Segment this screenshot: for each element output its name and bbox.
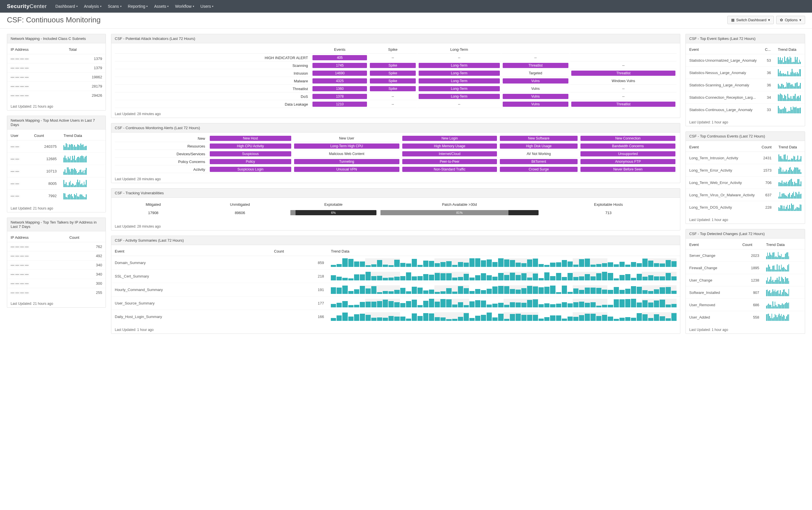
- table-row[interactable]: Statistics-Continuous_Large_Anomaly33: [686, 104, 805, 116]
- table-row[interactable]: — —7992: [7, 190, 106, 202]
- badge-cell[interactable]: Long-Term: [418, 86, 500, 91]
- table-row[interactable]: Long_Term_Web_Error_Activity706: [686, 176, 805, 189]
- badge-cell[interactable]: 1745: [313, 63, 367, 68]
- table-row[interactable]: — — — —1379: [7, 54, 106, 63]
- nav-item-users[interactable]: Users▾: [201, 4, 214, 9]
- badge-cell[interactable]: New Software: [500, 136, 577, 141]
- table-row[interactable]: — — — —1379: [7, 63, 106, 73]
- badge-cell[interactable]: High Disk Usage: [500, 143, 577, 149]
- column-middle: CSF - Potential Attack Indicators (Last …: [111, 34, 680, 334]
- badge-cell[interactable]: Long-Term: [418, 94, 500, 99]
- badge-cell[interactable]: Spike: [370, 63, 416, 68]
- table-row[interactable]: Statistics-Scanning_Large_Anomaly36: [686, 79, 805, 91]
- table-row[interactable]: — — — —492: [7, 251, 106, 261]
- badge-cell[interactable]: Long-Term: [418, 78, 500, 84]
- badge-cell[interactable]: Unsupported: [580, 151, 675, 157]
- table-row[interactable]: — — — —340: [7, 270, 106, 279]
- table-row[interactable]: Long_Term_Intrusion_Activity2431: [686, 152, 805, 164]
- table-row[interactable]: — — — —300: [7, 279, 106, 288]
- badge-cell[interactable]: Tunneling: [294, 159, 399, 164]
- table-row[interactable]: Server_Change2023: [686, 249, 805, 262]
- badge-cell[interactable]: Long-Term: [418, 63, 500, 68]
- badge-cell[interactable]: Non-Standard Traffic: [402, 167, 497, 172]
- table-row[interactable]: — —240375: [7, 140, 106, 153]
- badge-cell[interactable]: Long-Term: [418, 70, 500, 76]
- badge-cell[interactable]: Threatlist: [571, 70, 675, 76]
- table-row[interactable]: Domain_Summary859: [111, 256, 680, 270]
- table-row[interactable]: Firewall_Change1895: [686, 262, 805, 274]
- table-row[interactable]: Long_Term_Virus_Or_Malware_Activity637: [686, 189, 805, 201]
- badge-cell[interactable]: Never Before Seen: [580, 167, 675, 172]
- badge-cell[interactable]: Unusual VPN: [294, 167, 399, 172]
- table-row[interactable]: — — — —28179: [7, 82, 106, 91]
- table-row[interactable]: — — — —340: [7, 261, 106, 270]
- badge-cell[interactable]: Anonymous FTP: [580, 159, 675, 164]
- badge-cell[interactable]: BitTorrent: [500, 159, 577, 164]
- badge-cell[interactable]: Peer-to-Peer: [402, 159, 497, 164]
- badge-cell[interactable]: New Connection: [580, 136, 675, 141]
- badge-cell[interactable]: Spike: [370, 78, 416, 84]
- badge-cell[interactable]: Vulns: [503, 102, 569, 107]
- table-row[interactable]: Software_Installed907: [686, 286, 805, 299]
- table-row[interactable]: User_Change1238: [686, 274, 805, 286]
- badge-cell[interactable]: Crowd Surge: [500, 167, 577, 172]
- table-row[interactable]: Statistics-Unnormalized_Large_Anomaly53: [686, 54, 805, 66]
- table-row[interactable]: Long_Term_Error_Activity1573: [686, 164, 805, 176]
- table-row[interactable]: — —12685: [7, 153, 106, 165]
- badge-cell[interactable]: Long-Term High CPU: [294, 143, 399, 149]
- nav-item-dashboard[interactable]: Dashboard▾: [55, 4, 78, 9]
- table-row[interactable]: Long_Term_DOS_Activity228: [686, 201, 805, 214]
- sparkline: [778, 69, 801, 76]
- table-row[interactable]: SSL_Cert_Summary218: [111, 270, 680, 283]
- table-row[interactable]: Daily_Host_Login_Summary166: [111, 310, 680, 323]
- table-row[interactable]: — — — —762: [7, 242, 106, 251]
- badge-cell[interactable]: Threatlist: [571, 102, 675, 107]
- badge-cell[interactable]: High Memory Usage: [402, 143, 497, 149]
- badge-cell[interactable]: Threatlist: [503, 63, 569, 68]
- badge-cell[interactable]: 1378: [313, 94, 367, 99]
- table-row[interactable]: — —10713: [7, 165, 106, 177]
- nav-item-workflow[interactable]: Workflow▾: [175, 4, 194, 9]
- table-row[interactable]: — — — —29426: [7, 91, 106, 100]
- table-row[interactable]: — —8005: [7, 177, 106, 190]
- badge-cell[interactable]: Vulns: [503, 78, 569, 84]
- badge-cell[interactable]: Suspicious Login: [210, 167, 291, 172]
- nav-item-reporting[interactable]: Reporting▾: [128, 4, 148, 9]
- table-row[interactable]: User_Added558: [686, 311, 805, 323]
- trend-cell: [775, 164, 805, 176]
- badge-cell[interactable]: New Login: [402, 136, 497, 141]
- options-button[interactable]: ✿ Options ▾: [776, 16, 805, 24]
- badge-cell[interactable]: Spike: [370, 86, 416, 91]
- text-value: Statistics-Unnormalized_Large_Anomaly: [686, 54, 761, 66]
- card-title: Network Mapping - Top Ten Talkers by IP …: [7, 218, 106, 231]
- badge-cell[interactable]: Spike: [370, 70, 416, 76]
- badge-cell[interactable]: Suspicious: [210, 151, 291, 157]
- brand-logo: SecurityCenter: [7, 3, 47, 9]
- card-network-subnets: Network Mapping - Included Class C Subne…: [7, 34, 106, 111]
- badge-cell[interactable]: Internet/Cloud: [402, 151, 497, 157]
- table-row[interactable]: Statistics-Nessus_Large_Anomaly36: [686, 66, 805, 79]
- table-row[interactable]: User_Removed686: [686, 299, 805, 311]
- table-row[interactable]: User_Source_Summary177: [111, 296, 680, 310]
- table-row[interactable]: Hourly_Command_Summary191: [111, 283, 680, 296]
- table-row[interactable]: — — — —255: [7, 288, 106, 298]
- table-row[interactable]: Statistics-Connection_Reception_Larg...3…: [686, 91, 805, 104]
- nav-item-assets[interactable]: Assets▾: [154, 4, 169, 9]
- nav-item-scans[interactable]: Scans▾: [108, 4, 122, 9]
- card-attack-indicators: CSF - Potential Attack Indicators (Last …: [111, 34, 680, 118]
- badge-cell[interactable]: 405: [313, 55, 367, 60]
- badge-cell[interactable]: 4325: [313, 78, 367, 84]
- plain-cell: [570, 54, 676, 61]
- table-row[interactable]: — — — —19862: [7, 73, 106, 82]
- badge-cell[interactable]: Vulns: [503, 94, 569, 99]
- badge-cell[interactable]: 14690: [313, 70, 367, 76]
- trend-cell: [327, 270, 680, 283]
- badge-cell[interactable]: New Host: [210, 136, 291, 141]
- switch-dashboard-button[interactable]: ▦ Switch Dashboard ▾: [727, 16, 774, 24]
- badge-cell[interactable]: Bandwidth Concerns: [580, 143, 675, 149]
- badge-cell[interactable]: High CPU Activity: [210, 143, 291, 149]
- nav-item-analysis[interactable]: Analysis▾: [84, 4, 102, 9]
- badge-cell[interactable]: Policy: [210, 159, 291, 164]
- badge-cell[interactable]: 1210: [313, 102, 367, 107]
- badge-cell[interactable]: 1360: [313, 86, 367, 91]
